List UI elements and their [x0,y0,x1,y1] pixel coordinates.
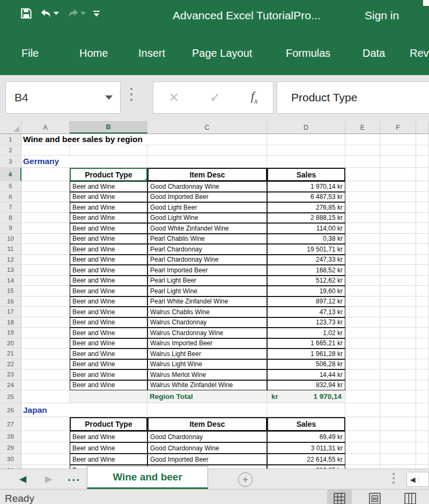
cell-D17[interactable]: 47,13 kr [267,307,345,317]
cell[interactable] [345,286,380,297]
cell[interactable] [345,431,380,442]
cell-D5[interactable]: 1 970,14 kr [267,181,345,192]
cell-B25[interactable] [70,390,147,403]
cell[interactable] [380,155,416,168]
cell[interactable] [21,234,70,244]
cell[interactable] [21,286,70,297]
tab-bar-resize-handle[interactable] [393,473,395,484]
cell-B11[interactable]: Beer and Wine [70,244,147,255]
cell-C9[interactable]: Good White Zinfandel Wine [147,223,267,234]
ribbon-tab-file[interactable]: File [21,47,39,60]
row-header-5[interactable]: 5 [0,181,21,192]
cell[interactable] [380,307,416,317]
cell-A26[interactable]: Japan [21,403,147,417]
horizontal-scrollbar[interactable]: ◀ [406,472,429,487]
insert-function-icon[interactable]: fx [251,90,258,106]
cell-C23[interactable]: Walrus Merlot Wine [147,369,267,380]
row-header-20[interactable]: 20 [0,338,21,349]
cell[interactable] [380,297,416,307]
cancel-icon[interactable]: ✕ [168,90,179,105]
ribbon-tab-review[interactable]: Review [410,47,429,60]
cell-C21[interactable]: Walrus Light Beer [147,349,267,359]
cell-D30[interactable]: 22 614,55 kr [267,454,345,465]
cell-D20[interactable]: 1 665,21 kr [267,338,345,349]
cell[interactable] [380,442,416,454]
cell[interactable] [21,265,70,276]
sheet-tab-overflow[interactable]: ... [68,470,80,484]
cell-D31[interactable]: 612,85 kr [267,465,345,469]
cell[interactable] [345,145,380,155]
cell[interactable] [416,417,429,431]
cell-B17[interactable]: Beer and Wine [70,307,147,317]
cell-D25[interactable]: kr1 970,14 [267,390,345,403]
cell-C8[interactable]: Good Light Wine [147,213,267,224]
cell-B4[interactable]: Product Type [70,168,147,181]
cell[interactable] [345,192,380,203]
column-header-D[interactable]: D [267,121,345,134]
cell-B9[interactable]: Beer and Wine [70,223,147,234]
row-header-27[interactable]: 27 [0,417,21,431]
cell-C5[interactable]: Good Chardonnay Wine [147,181,267,192]
cell-B13[interactable]: Beer and Wine [70,265,147,276]
cell[interactable] [345,297,380,307]
cell[interactable] [345,328,380,338]
cell[interactable] [380,380,416,391]
cell-D4[interactable]: Sales [267,168,345,181]
cell[interactable] [21,369,70,380]
cell[interactable] [416,192,429,203]
cell-C12[interactable]: Pearl Chardonnay Wine [147,255,267,265]
row-header-24[interactable]: 24 [0,380,21,391]
customize-quick-access-icon[interactable] [93,11,100,17]
cell[interactable] [380,168,416,181]
row-header-22[interactable]: 22 [0,359,21,370]
cell-D12[interactable]: 247,33 kr [267,255,345,265]
cell-D23[interactable]: 14,44 kr [267,369,345,380]
cell[interactable] [345,454,380,465]
cell[interactable] [416,181,429,192]
cell[interactable] [21,338,70,349]
cell[interactable] [21,317,70,328]
cell-C13[interactable]: Pearl Imported Beer [147,265,267,276]
cell-C18[interactable]: Walrus Chardonnay [147,317,267,328]
row-header-6[interactable]: 6 [0,192,21,203]
cell[interactable] [416,276,429,286]
row-header-7[interactable]: 7 [0,202,21,213]
cell[interactable] [416,234,429,244]
cell[interactable] [416,145,429,155]
cell[interactable] [21,390,70,403]
cell-C19[interactable]: Walrus Chardonnay Wine [147,328,267,338]
row-header-2[interactable]: 2 [0,145,21,155]
cell[interactable] [416,454,429,465]
row-header-29[interactable]: 29 [0,442,21,454]
column-header-A[interactable]: A [21,121,70,134]
cell-C4[interactable]: Item Desc [147,168,267,181]
cell-B30[interactable]: Beer and Wine [70,454,147,465]
formula-bar-input[interactable]: Product Type [277,81,429,114]
row-header-19[interactable]: 19 [0,328,21,338]
cell-C25[interactable]: Region Total [147,390,267,403]
redo-dropdown-icon[interactable] [80,12,86,15]
name-box[interactable]: B4 [5,81,121,114]
cell[interactable] [380,390,416,403]
cell[interactable] [267,145,345,155]
cell-D6[interactable]: 6 487,53 kr [267,192,345,203]
cell[interactable] [21,465,70,469]
row-header-11[interactable]: 11 [0,244,21,255]
cell-C28[interactable]: Good Chardonnay [147,431,267,442]
column-header-partial[interactable] [416,121,429,134]
cell[interactable] [70,145,147,155]
cell[interactable] [345,255,380,265]
cell-D21[interactable]: 1 961,28 kr [267,349,345,359]
cell[interactable] [380,431,416,442]
cell-B8[interactable]: Beer and Wine [70,213,147,224]
ribbon-tab-page-layout[interactable]: Page Layout [192,47,252,60]
cell[interactable] [345,265,380,276]
cell[interactable] [21,431,70,442]
cell-B21[interactable]: Beer and Wine [70,349,147,359]
cell-C29[interactable]: Good Chardonnay Wine [147,442,267,454]
cell[interactable] [21,223,70,234]
row-header-9[interactable]: 9 [0,223,21,234]
cell[interactable] [416,359,429,370]
cell[interactable] [416,223,429,234]
cell[interactable] [21,202,70,213]
